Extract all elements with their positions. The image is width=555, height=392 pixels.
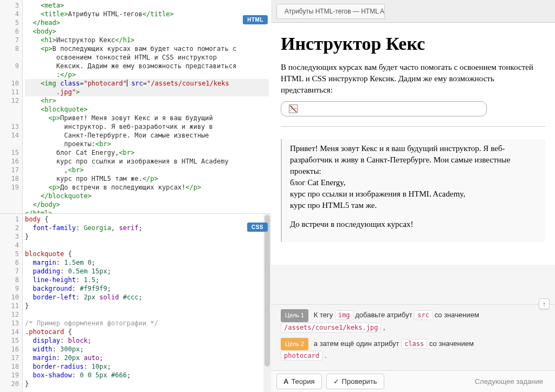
preview-heading: Инструктор Кекс xyxy=(281,34,545,54)
goal-2-badge: Цель 2 xyxy=(281,338,308,351)
html-badge: HTML xyxy=(243,15,268,24)
html-gutter: 345678910111213141516171819 xyxy=(0,0,23,213)
goal-1: Цель 1 К тегу img добавьте атрибут src с… xyxy=(281,309,545,333)
next-task-button[interactable]: Следующее задание xyxy=(468,374,550,389)
css-editor[interactable]: CSS 1234567891011121314151617181920 body… xyxy=(0,214,271,392)
svg-line-2 xyxy=(290,106,296,112)
css-scrollbar[interactable] xyxy=(263,214,271,392)
browser-tab[interactable]: Атрибуты HTML-тегов — HTML Ac xyxy=(276,4,385,19)
css-gutter: 1234567891011121314151617181920 xyxy=(0,214,23,392)
collapse-goals-button[interactable]: ↑ xyxy=(539,298,550,309)
preview-hr xyxy=(281,126,545,127)
html-editor[interactable]: HTML 345678910111213141516171819 <meta> … xyxy=(0,0,271,214)
check-icon: ✓ xyxy=(333,377,339,386)
preview-intro: В последующих курсах вам будет часто пом… xyxy=(281,62,545,96)
preview-pane: Инструктор Кекс В последующих курсах вам… xyxy=(271,23,555,265)
browser-tab-bar: Атрибуты HTML-тегов — HTML Ac xyxy=(271,0,555,23)
goals-panel: ↑ Цель 1 К тегу img добавьте атрибут src… xyxy=(271,304,555,370)
check-button[interactable]: ✓ Проверить xyxy=(326,374,384,389)
theory-button[interactable]: A Теория xyxy=(276,374,322,389)
font-icon: A xyxy=(283,377,288,386)
bottom-toolbar: A Теория ✓ Проверить Следующее задание xyxy=(271,370,555,392)
broken-image-placeholder xyxy=(281,101,487,116)
goal-1-badge: Цель 1 xyxy=(281,309,308,322)
broken-image-icon xyxy=(289,104,298,113)
goal-2: Цель 2 а затем ещё один атрибут class со… xyxy=(281,338,545,362)
preview-blockquote: Привет! Меня зовут Кекс и я ваш будущий … xyxy=(281,139,545,242)
css-badge: CSS xyxy=(247,223,268,232)
